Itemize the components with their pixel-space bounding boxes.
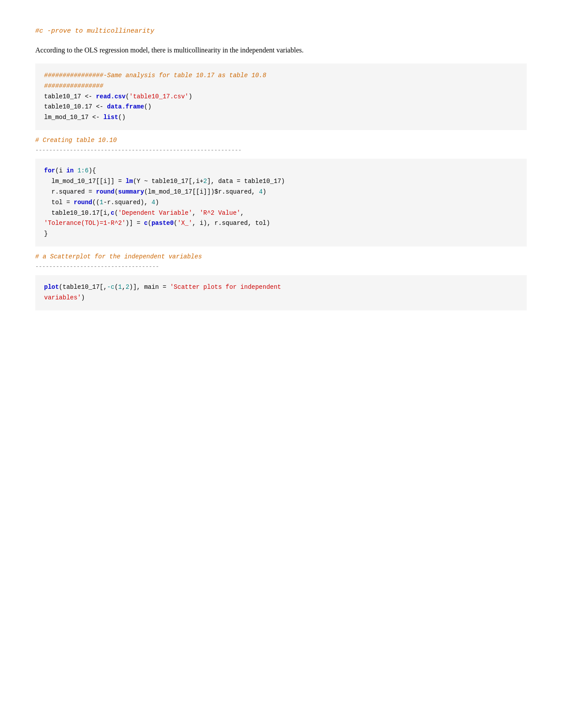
main-code-block: ################-Same analysis for table… xyxy=(35,63,527,130)
top-comment: #c -prove to multicollinearity xyxy=(35,26,527,37)
page-content: #c -prove to multicollinearity According… xyxy=(35,26,527,310)
for-loop-block: for(i in 1:6){ lm_mod_10_17[[i]] = lm(Y … xyxy=(35,159,527,246)
creating-comment: # Creating table 10.10 xyxy=(35,135,527,145)
prose-paragraph: According to the OLS regression model, t… xyxy=(35,45,527,56)
divider-2: ------------------------------------ xyxy=(35,263,527,270)
scatterplot-comment: # a Scatterplot for the independent vari… xyxy=(35,252,527,261)
plot-block: plot(table10_17[,-c(1,2)], main = 'Scatt… xyxy=(35,275,527,310)
divider-1: ----------------------------------------… xyxy=(35,147,527,153)
